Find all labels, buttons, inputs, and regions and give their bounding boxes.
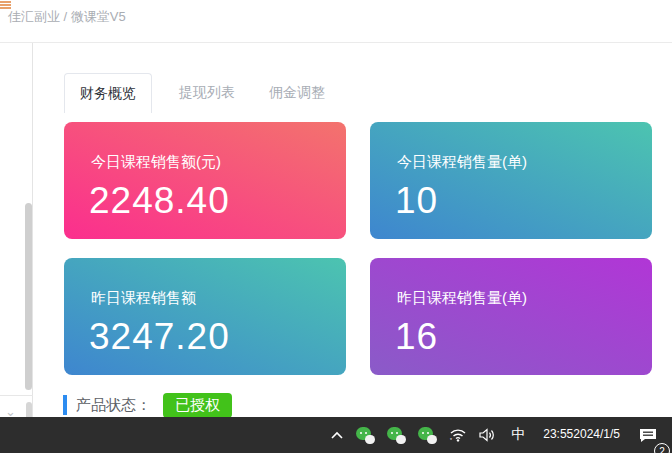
top-bar: 佳汇副业 / 微课堂V5 bbox=[0, 0, 672, 43]
left-sidebar: ⌄ bbox=[0, 43, 33, 417]
breadcrumb[interactable]: 佳汇副业 / 微课堂V5 bbox=[8, 8, 126, 26]
tab-withdraw-list[interactable]: 提现列表 bbox=[166, 73, 248, 113]
accent-bar bbox=[63, 395, 67, 415]
stat-card-value: 16 bbox=[395, 316, 438, 358]
authorized-badge: 已授权 bbox=[163, 393, 232, 418]
wechat-icon[interactable] bbox=[412, 417, 443, 453]
volume-icon[interactable] bbox=[473, 417, 503, 453]
stat-card-yesterday-sales-count: 昨日课程销售量(单) 16 bbox=[370, 258, 652, 375]
tab-commission-adjust[interactable]: 佣金调整 bbox=[256, 73, 338, 113]
taskbar-clock[interactable]: 23:55 2024/1/5 bbox=[533, 417, 630, 453]
stat-card-value: 2248.40 bbox=[89, 180, 230, 222]
stat-card-yesterday-sales-amount: 昨日课程销售额 3247.20 bbox=[64, 258, 346, 375]
hidden-icons-chevron-up-icon[interactable] bbox=[324, 417, 350, 453]
product-status-label: 产品状态： bbox=[76, 396, 151, 415]
stat-card-label: 昨日课程销售额 bbox=[91, 289, 196, 308]
wechat-icon[interactable] bbox=[350, 417, 381, 453]
taskbar: * 中 23:55 2024/1/5 bbox=[0, 417, 672, 453]
wifi-icon[interactable]: * bbox=[443, 417, 473, 453]
stat-card-value: 10 bbox=[395, 180, 438, 222]
clock-time: 23:55 bbox=[543, 427, 573, 443]
action-center-icon[interactable]: 2 bbox=[630, 417, 672, 453]
desktop: 佳汇副业 / 微课堂V5 ⌄ 财务概览 提现列表 佣金调整 今日课程销售额(元)… bbox=[0, 0, 672, 453]
stat-card-label: 昨日课程销售量(单) bbox=[397, 289, 527, 308]
stat-card-today-sales-count: 今日课程销售量(单) 10 bbox=[370, 122, 652, 239]
wechat-icon[interactable] bbox=[381, 417, 412, 453]
notification-badge: 2 bbox=[654, 443, 670, 453]
system-tray: * 中 23:55 2024/1/5 bbox=[324, 417, 672, 453]
scrollbar-stub[interactable] bbox=[26, 402, 32, 417]
stat-card-label: 今日课程销售量(单) bbox=[397, 153, 527, 172]
svg-text:*: * bbox=[450, 437, 452, 442]
clock-date: 2024/1/5 bbox=[573, 427, 620, 443]
ime-indicator[interactable]: 中 bbox=[503, 417, 533, 453]
stat-card-value: 3247.20 bbox=[89, 316, 230, 358]
tab-finance-overview[interactable]: 财务概览 bbox=[64, 73, 152, 113]
product-status-row: 产品状态： 已授权 bbox=[63, 393, 232, 417]
scrollbar-thumb[interactable] bbox=[25, 203, 32, 390]
sidebar-divider bbox=[0, 395, 33, 396]
stat-card-label: 今日课程销售额(元) bbox=[91, 153, 221, 172]
stat-card-today-sales-amount: 今日课程销售额(元) 2248.40 bbox=[64, 122, 346, 239]
